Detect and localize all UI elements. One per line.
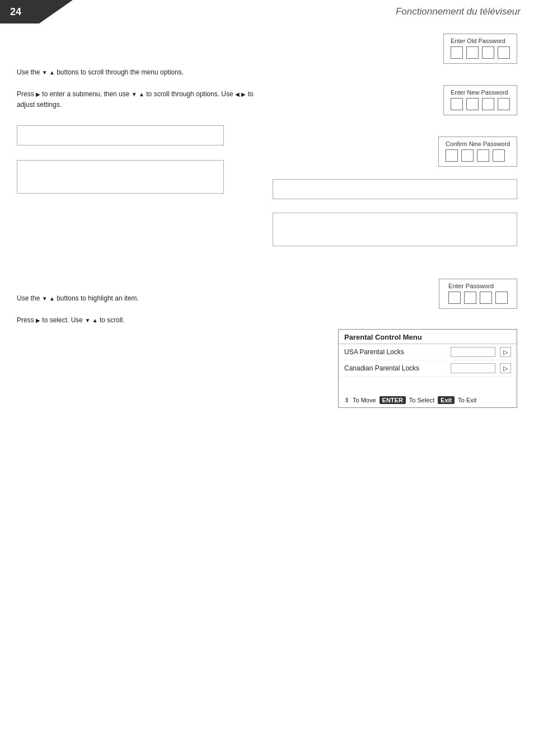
left-col-lower: Use the ▼ ▲ buttons to highlight an item… (17, 271, 261, 408)
arrow-up-icon: ▲ (49, 68, 55, 77)
pw-new-square-1 (451, 98, 463, 110)
left-text-1: Use the ▼ ▲ buttons to scroll through th… (17, 67, 261, 78)
enter-new-password-squares (451, 98, 510, 110)
left-text-2: Press ▶ to enter a submenu, then use ▼ ▲… (17, 89, 261, 110)
lower-arrow-up-2-icon: ▲ (92, 316, 98, 325)
header-triangle-decoration (39, 0, 73, 24)
pcm-enter-text: To Select (409, 397, 434, 403)
lower-two-col: Use the ▼ ▲ buttons to highlight an item… (17, 271, 517, 408)
enter-old-password-box: Enter Old Password (443, 34, 517, 64)
confirm-new-password-label: Confirm New Password (446, 140, 510, 147)
right-col-lower: Enter Password Parental Control Menu USA… (273, 271, 517, 408)
pw-confirm-square-1 (446, 149, 458, 162)
lower-left-text-2: Press ▶ to select. Use ▼ ▲ to scroll. (17, 315, 261, 326)
enter-password-squares (448, 292, 508, 304)
parental-control-menu: Parental Control Menu USA Parental Locks… (338, 329, 517, 408)
pw-square-2 (466, 46, 479, 59)
enter-new-password-box: Enter New Password (443, 85, 517, 115)
confirm-new-password-squares (446, 149, 510, 162)
pcm-title: Parental Control Menu (339, 330, 517, 344)
pcm-usa-field (451, 347, 495, 357)
pw-square-1 (451, 46, 463, 59)
page: 24 Fonctionnement du téléviseur Use the … (0, 0, 534, 756)
arrow-down-icon: ▼ (42, 68, 48, 77)
body-content: Use the ▼ ▲ buttons to scroll through th… (0, 24, 534, 425)
enter-old-password-squares (451, 46, 510, 59)
header-title: Fonctionnement du téléviseur (396, 0, 534, 24)
enter-password-box: Enter Password (439, 279, 517, 309)
arrow-right-icon: ▶ (36, 90, 40, 99)
right-outlined-box-1 (273, 179, 517, 199)
arrow-left-icon: ◀ (235, 90, 240, 99)
pw-new-square-3 (482, 98, 494, 110)
arrow-down-2-icon: ▼ (132, 90, 137, 99)
ep-square-3 (480, 292, 492, 304)
enter-new-password-label: Enter New Password (451, 89, 510, 96)
pcm-canadian-field (451, 363, 495, 373)
pcm-exit-button[interactable]: Exit (438, 396, 455, 404)
arrow-up-2-icon: ▲ (139, 90, 144, 99)
pw-new-square-4 (498, 98, 510, 110)
pcm-move-label: To Move (353, 397, 376, 403)
pcm-spacer (339, 377, 517, 392)
pcm-exit-text: To Exit (458, 397, 476, 403)
lower-arrow-right-icon: ▶ (36, 316, 40, 325)
pcm-move-icon: ⇕ (344, 397, 349, 404)
right-outlined-box-2 (273, 213, 517, 246)
lower-arrow-down-icon: ▼ (42, 294, 48, 303)
lower-left-text-1: Use the ▼ ▲ buttons to highlight an item… (17, 293, 261, 304)
enter-password-label: Enter Password (448, 283, 508, 289)
pw-confirm-square-2 (461, 149, 474, 162)
lower-arrow-down-2-icon: ▼ (85, 316, 90, 325)
pcm-footer: ⇕ To Move ENTER To Select Exit To Exit (339, 392, 517, 407)
lower-arrow-up-icon: ▲ (49, 294, 55, 303)
left-outlined-box-2 (17, 160, 224, 194)
pcm-usa-arrow[interactable]: ▷ (500, 347, 511, 357)
pcm-canadian-arrow[interactable]: ▷ (500, 363, 511, 373)
page-number: 24 (0, 0, 39, 24)
ep-square-2 (464, 292, 476, 304)
pw-square-3 (482, 46, 494, 59)
pw-square-4 (498, 46, 510, 59)
ep-square-1 (448, 292, 461, 304)
enter-old-password-label: Enter Old Password (451, 37, 510, 44)
pw-confirm-square-4 (493, 149, 505, 162)
pcm-enter-button[interactable]: ENTER (380, 396, 406, 404)
pw-confirm-square-3 (477, 149, 489, 162)
left-col-upper: Use the ▼ ▲ buttons to scroll through th… (17, 34, 261, 254)
ep-square-4 (495, 292, 508, 304)
pcm-usa-label: USA Parental Locks (344, 348, 446, 356)
right-col-upper: Enter Old Password Enter New Password (273, 34, 517, 254)
pcm-row-canadian[interactable]: Canadian Parental Locks ▷ (339, 360, 517, 377)
header-bar: 24 Fonctionnement du téléviseur (0, 0, 534, 24)
arrow-right-2-icon: ▶ (241, 90, 246, 99)
left-outlined-box-1 (17, 125, 224, 145)
pcm-row-usa[interactable]: USA Parental Locks ▷ (339, 344, 517, 360)
upper-two-col: Use the ▼ ▲ buttons to scroll through th… (17, 34, 517, 254)
confirm-new-password-box: Confirm New Password (438, 137, 517, 167)
pw-new-square-2 (466, 98, 479, 110)
pcm-canadian-label: Canadian Parental Locks (344, 364, 446, 372)
